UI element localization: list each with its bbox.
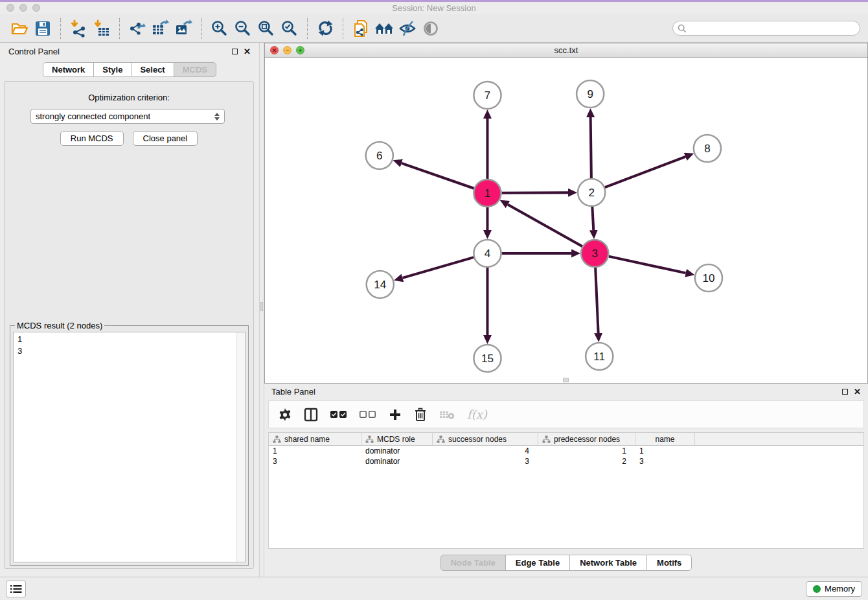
criterion-select[interactable]: strongly connected component — [30, 109, 225, 124]
zoom-out-icon[interactable] — [231, 17, 255, 40]
edge-4-14[interactable] — [402, 257, 474, 278]
refresh-layout-icon[interactable] — [314, 17, 337, 40]
gear-icon[interactable] — [279, 408, 291, 421]
column-label: successor nodes — [448, 435, 507, 444]
network-canvas[interactable]: 7968124314101511 — [265, 58, 867, 383]
select-stepper-icon — [214, 113, 220, 121]
toolbar-separator — [307, 18, 308, 39]
toolbar-separator — [343, 18, 343, 39]
network-window-titlebar[interactable]: ✕ − + scc.txt — [265, 43, 867, 58]
import-network-icon[interactable] — [67, 17, 90, 40]
table-tab-network-table[interactable]: Network Table — [569, 555, 647, 571]
add-column-icon[interactable] — [389, 408, 402, 421]
hide-eye-icon[interactable] — [396, 17, 419, 40]
column-header-successor-nodes[interactable]: successor nodes — [433, 433, 538, 445]
float-table-panel-icon[interactable] — [842, 389, 848, 395]
zoom-in-icon[interactable] — [208, 17, 231, 40]
close-network-button[interactable]: ✕ — [270, 46, 279, 54]
table-row[interactable]: 3dominator323 — [269, 456, 863, 467]
network-graph[interactable]: 7968124314101511 — [265, 58, 867, 383]
float-panel-icon[interactable] — [232, 49, 238, 54]
zoom-selected-icon[interactable] — [278, 17, 301, 40]
node-label-10: 10 — [702, 272, 714, 284]
delete-column-icon[interactable] — [414, 408, 427, 422]
node-label-9: 9 — [587, 88, 593, 100]
result-scrollbar[interactable] — [236, 332, 245, 562]
tab-select[interactable]: Select — [131, 62, 174, 77]
table-tab-motifs[interactable]: Motifs — [646, 555, 692, 571]
vertical-splitter[interactable] — [259, 43, 264, 577]
table-row[interactable]: 1dominator411 — [269, 446, 863, 456]
homes-icon[interactable] — [372, 17, 396, 40]
table-panel: Table Panel ✕ — [264, 384, 868, 577]
node-label-8: 8 — [704, 143, 710, 155]
cell-predecessor-nodes[interactable]: 2 — [538, 457, 635, 466]
close-table-panel-icon[interactable]: ✕ — [854, 387, 861, 396]
toolbar-separator — [201, 18, 202, 39]
close-panel-button[interactable]: Close panel — [133, 131, 198, 146]
open-folder-icon[interactable] — [8, 17, 31, 40]
cell-name[interactable]: 3 — [635, 457, 695, 466]
edge-2-3[interactable] — [592, 207, 593, 230]
cell-shared-name[interactable]: 1 — [269, 446, 361, 456]
search-box[interactable] — [672, 21, 860, 36]
minimize-window-button[interactable] — [19, 4, 27, 12]
main-toolbar — [0, 14, 868, 43]
select-all-columns-icon[interactable] — [330, 410, 347, 419]
tab-network[interactable]: Network — [43, 62, 94, 77]
cell-shared-name[interactable]: 3 — [269, 457, 361, 466]
maximize-network-button[interactable]: + — [296, 46, 304, 54]
window-controls — [6, 4, 40, 12]
zoom-fit-icon[interactable] — [255, 17, 278, 40]
task-history-button[interactable] — [6, 581, 26, 597]
edge-2-8[interactable] — [605, 157, 685, 187]
horizontal-splitter-grip[interactable] — [563, 378, 569, 382]
network-window: ✕ − + scc.txt 7968124314101511 — [264, 43, 868, 384]
column-header-MCDS-role[interactable]: MCDS role — [361, 433, 433, 445]
cell-MCDS-role[interactable]: dominator — [361, 446, 433, 456]
cell-predecessor-nodes[interactable]: 1 — [538, 446, 635, 456]
column-label: name — [655, 435, 674, 444]
network-window-title: scc.txt — [265, 45, 867, 55]
node-label-15: 15 — [481, 352, 494, 365]
column-header-shared-name[interactable]: shared name — [269, 433, 361, 445]
edge-2-9[interactable] — [591, 117, 591, 178]
column-header-name[interactable]: name — [635, 433, 695, 445]
cell-successor-nodes[interactable]: 4 — [433, 446, 538, 456]
edge-3-10[interactable] — [609, 257, 686, 273]
close-panel-icon[interactable]: ✕ — [244, 47, 251, 56]
network-document-icon[interactable] — [349, 17, 372, 40]
table-tab-node-table[interactable]: Node Table — [440, 555, 506, 571]
close-window-button[interactable] — [6, 4, 14, 12]
tab-style[interactable]: Style — [93, 62, 131, 77]
search-input[interactable] — [687, 22, 860, 34]
table-tab-edge-table[interactable]: Edge Table — [505, 555, 570, 571]
deselect-all-columns-icon[interactable] — [360, 410, 376, 419]
export-network-icon[interactable] — [126, 17, 149, 40]
function-builder-icon[interactable]: f(x) — [467, 408, 487, 421]
cell-successor-nodes[interactable]: 3 — [433, 457, 538, 466]
eye-icon[interactable] — [419, 17, 442, 40]
export-table-icon[interactable] — [149, 17, 172, 40]
edge-1-6[interactable] — [402, 163, 474, 189]
edge-3-11[interactable] — [595, 268, 598, 333]
minimize-network-button[interactable]: − — [283, 46, 291, 54]
cell-MCDS-role[interactable]: dominator — [361, 457, 433, 466]
control-panel-tabs: NetworkStyleSelectMCDS — [0, 62, 259, 77]
column-header-predecessor-nodes[interactable]: predecessor nodes — [538, 433, 635, 445]
import-table-icon[interactable] — [90, 17, 113, 40]
cell-name[interactable]: 1 — [635, 446, 695, 456]
splitter-grip[interactable] — [260, 302, 263, 311]
criterion-value: strongly connected component — [36, 111, 150, 121]
delete-table-icon[interactable] — [439, 410, 455, 420]
split-columns-icon[interactable] — [304, 408, 318, 422]
save-session-icon[interactable] — [31, 17, 54, 40]
edge-3-1[interactable] — [508, 205, 582, 247]
edge-1-2[interactable] — [502, 192, 568, 193]
zoom-window-button[interactable] — [32, 4, 40, 12]
memory-button[interactable]: Memory — [806, 581, 862, 597]
export-image-icon[interactable] — [172, 17, 196, 40]
run-mcds-button[interactable]: Run MCDS — [60, 131, 124, 146]
mcds-result-list[interactable]: 1 3 — [13, 332, 246, 562]
tab-mcds[interactable]: MCDS — [174, 62, 216, 77]
